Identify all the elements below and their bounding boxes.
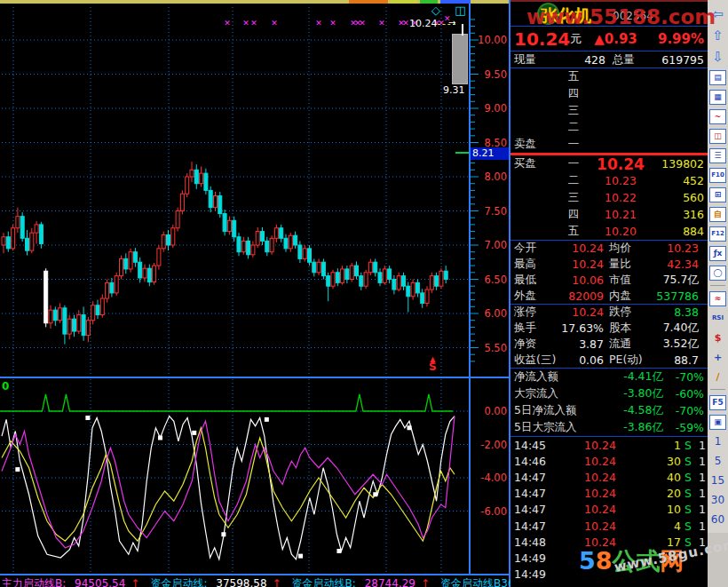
price-change-pct: 9.99%	[658, 31, 704, 47]
tick-row[interactable]: 14:4710.244S1	[510, 518, 708, 534]
info-value: 10.23	[655, 242, 704, 255]
total-vol-label: 总量	[613, 52, 635, 67]
watermark-top: www.55188.com	[526, 5, 716, 28]
f10-icon[interactable]: F10	[709, 168, 726, 183]
level-volume: 139802	[658, 157, 704, 171]
buy-signal-x-icon: ✕	[329, 19, 336, 28]
table-icon[interactable]: ▦	[709, 90, 726, 105]
fund-flow: 净流入额-4.41亿-70%大宗流入-3.80亿-60%5日净流入额-4.58亿…	[510, 368, 708, 436]
move-icon[interactable]: +	[709, 350, 726, 365]
rsi-icon[interactable]: RSI	[709, 311, 726, 326]
info-label: 跌停	[609, 305, 655, 320]
fund-flow-label: 5日大宗流入	[514, 420, 623, 435]
period-button-5[interactable]: 5	[715, 451, 722, 471]
info-label: 股本	[609, 321, 655, 336]
f5-icon[interactable]: F5	[709, 395, 726, 410]
tick-flag: S	[681, 455, 695, 468]
trading-terminal: 10.009.509.008.508.007.507.006.506.005.5…	[0, 0, 728, 587]
current-vol-value: 428	[536, 53, 605, 67]
quote-panel: 张化机 002564 10.24 元 ▲0.93 9.99% 现量 428 总量…	[510, 0, 708, 587]
tick-extra: 1	[695, 487, 706, 500]
info-value: 0.06	[560, 353, 609, 367]
toolbar-separator	[710, 285, 725, 286]
fund-flow-value: -3.86亿	[623, 420, 663, 435]
circle-icon[interactable]: ◯	[709, 266, 726, 281]
info-row: 最低10.06市值75.7亿	[510, 272, 708, 288]
tick-time: 14:49	[514, 567, 550, 581]
info-value: 7.40亿	[655, 321, 704, 336]
kline-icon[interactable]: ◫	[709, 129, 726, 144]
buy-level-row[interactable]: 五10.20884	[510, 223, 708, 240]
tick-volume: 4	[651, 520, 681, 533]
period-button-60[interactable]: 60	[711, 510, 724, 529]
snapshot-icon[interactable]: ▣	[709, 415, 726, 430]
sell-level-row[interactable]: 五	[510, 68, 708, 85]
buy-level-row[interactable]: 三10.22560	[510, 189, 708, 206]
sell-level-row[interactable]: 卖盘一	[510, 136, 708, 153]
custom-icon[interactable]: 自	[709, 207, 726, 222]
indicator-chart[interactable]: 0.00-2.00-4.00-6.00	[0, 377, 510, 575]
tick-row[interactable]: 14:4710.2420S1	[510, 486, 708, 502]
tick-row[interactable]: 14:4710.2440S1	[510, 469, 708, 485]
info-row: 净资3.87流通3.52亿	[510, 336, 708, 352]
tick-price: 10.24	[550, 439, 651, 452]
tick-volume: 10	[651, 503, 681, 516]
level-number: 四	[564, 207, 583, 222]
level-number: 一	[564, 156, 583, 171]
buy-level-row[interactable]: 二10.23452	[510, 172, 708, 189]
formula-icon[interactable]: ƒx	[709, 246, 726, 261]
sell-signal-marker: ▲S	[429, 355, 437, 371]
indicator-readout: 资金启动线: 37598.58↑	[150, 577, 286, 587]
last-price: 10.24	[514, 28, 570, 50]
info-value: 537786	[655, 290, 704, 303]
info-label: 流通	[609, 337, 655, 352]
line-chart-icon[interactable]: ~	[709, 109, 726, 124]
level-number: 五	[564, 224, 583, 239]
info-value: 10.24	[560, 305, 609, 319]
buy-level-row[interactable]: 买盘一10.24139802	[510, 155, 708, 172]
tree-icon[interactable]: ⊞	[709, 187, 726, 202]
report-icon[interactable]: ▤	[709, 70, 726, 85]
sell-level-row[interactable]: 三	[510, 102, 708, 119]
tick-volume: 1	[651, 439, 681, 452]
sell-level-row[interactable]: 四	[510, 85, 708, 102]
info-label: 换手	[514, 321, 560, 336]
period-button-15[interactable]: 15	[711, 471, 724, 490]
tick-extra: 1	[695, 471, 706, 484]
fund-flow-label: 净流入额	[514, 369, 623, 385]
price-axis-label: 7.00	[484, 239, 507, 251]
buy-level-row[interactable]: 四10.21316	[510, 206, 708, 223]
indicator-readout: 主力启动线B: 94505.54↑	[2, 577, 145, 587]
wave-icon[interactable]: ≈	[709, 291, 726, 306]
tick-time: 14:49	[514, 551, 550, 565]
chart-corner-icons[interactable]: ◇ ◫	[431, 4, 471, 17]
period-button-1[interactable]: 1	[715, 432, 722, 451]
level-number: 三	[564, 190, 583, 205]
tick-extra: 1	[695, 439, 706, 452]
news-icon[interactable]: ☰	[709, 148, 726, 163]
period-button-30[interactable]: 30	[711, 490, 724, 510]
tick-flag: S	[681, 503, 695, 516]
f12-icon[interactable]: F12	[709, 226, 726, 242]
tick-volume: 20	[651, 487, 681, 500]
level-price: 10.22	[583, 191, 658, 204]
side-toolbar: ⇦⇧⇩▤▦~◫☰F10⊞自F12ƒx◯≈RSI$+/F5▣15153060	[708, 0, 728, 587]
buy-side-label: 买盘	[514, 156, 551, 171]
price-axis-label: 8.00	[484, 171, 507, 183]
indicator-status-line: 主力启动线B: 94505.54↑资金启动线: 37598.58↑资金启动线B:…	[2, 576, 510, 587]
tick-row[interactable]: 14:4510.241S1	[510, 437, 708, 453]
tick-row[interactable]: 14:4610.2430S1	[510, 453, 708, 469]
sell-level-row[interactable]: 二	[510, 119, 708, 136]
level-number: 二	[564, 120, 583, 135]
tick-time: 14:48	[514, 535, 550, 549]
money-icon[interactable]: $	[709, 330, 726, 345]
tick-price: 10.24	[550, 471, 651, 484]
price-axis-label: 6.50	[484, 274, 507, 286]
tick-row[interactable]: 14:4710.2410S1	[510, 502, 708, 518]
current-vol-label: 现量	[514, 52, 536, 67]
candlestick-chart[interactable]: 10.009.509.008.508.007.507.006.506.005.5…	[0, 0, 510, 377]
pencil-icon[interactable]: /	[709, 369, 726, 385]
buy-signal-x-icon: ✕	[315, 19, 322, 28]
indicator-bottom-border	[0, 574, 510, 575]
down-arrow-icon[interactable]: ⇩	[712, 46, 724, 67]
